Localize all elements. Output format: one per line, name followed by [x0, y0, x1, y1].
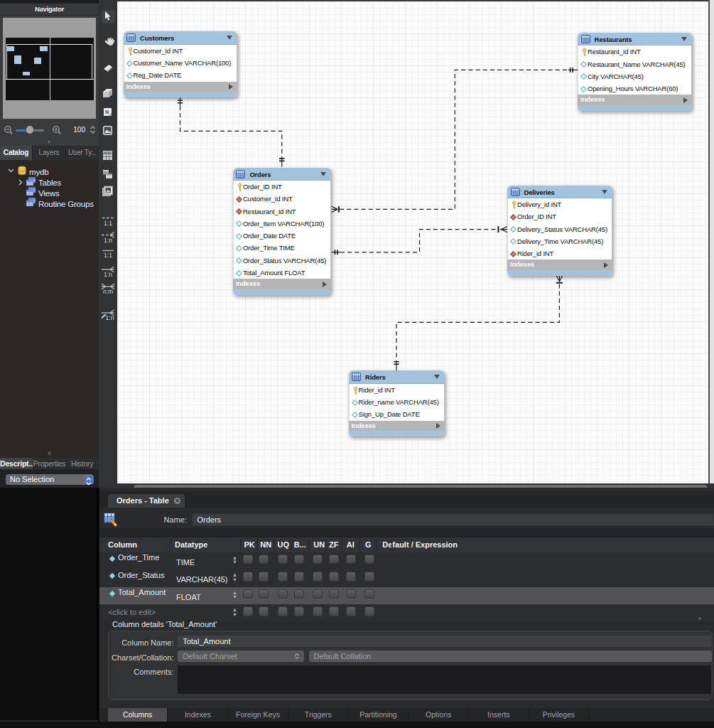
- svg-text:1:1: 1:1: [104, 220, 112, 227]
- svg-text:1:n: 1:n: [104, 237, 112, 244]
- svg-text:1:n: 1:n: [104, 271, 112, 278]
- svg-text:1:1: 1:1: [104, 252, 112, 259]
- svg-text:n:m: n:m: [103, 288, 113, 295]
- svg-text:N: N: [105, 109, 109, 114]
- svg-text:1:n: 1:n: [106, 314, 114, 321]
